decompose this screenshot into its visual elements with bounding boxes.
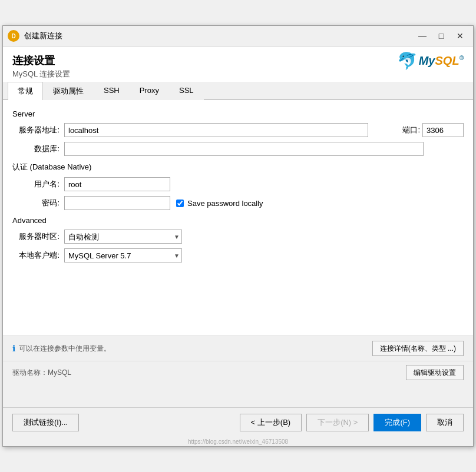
advanced-section-label: Advanced — [12, 216, 464, 225]
password-group: 密码: Save password locally — [12, 196, 464, 210]
title-bar: D 创建新连接 — □ ✕ — [3, 26, 473, 46]
cancel-button[interactable]: 取消 — [426, 414, 464, 431]
local-client-select[interactable]: MySQL Server 5.7 MySQL Server 8.0 — [64, 248, 182, 262]
username-input[interactable] — [64, 177, 170, 191]
info-bar: ℹ 可以在连接参数中使用变量。 连接详情(名称、类型 ...) — [3, 335, 473, 361]
server-address-label: 服务器地址: — [12, 125, 60, 135]
password-input[interactable] — [64, 196, 170, 210]
tab-driver[interactable]: 驱动属性 — [43, 82, 94, 100]
tab-proxy[interactable]: Proxy — [130, 82, 169, 100]
prev-button[interactable]: < 上一步(B) — [240, 414, 302, 431]
tab-ssh[interactable]: SSH — [94, 82, 130, 100]
footer-right: < 上一步(B) 下一步(N) > 完成(F) 取消 — [240, 414, 464, 431]
edit-driver-button[interactable]: 编辑驱动设置 — [406, 365, 464, 380]
tab-general[interactable]: 常规 — [8, 82, 43, 100]
server-address-group: 服务器地址: 端口: — [12, 123, 464, 137]
local-client-dropdown-container: MySQL Server 5.7 MySQL Server 8.0 ▼ — [64, 248, 182, 262]
driver-bar: 驱动名称：MySQL 编辑驱动设置 — [3, 361, 473, 384]
local-client-label: 本地客户端: — [12, 250, 60, 261]
mysql-logo-text: MySQL® — [419, 54, 464, 68]
port-label: 端口: — [373, 125, 420, 135]
timezone-group: 服务器时区: 自动检测 UTC Asia/Shanghai ▼ — [12, 230, 464, 244]
server-address-input[interactable] — [64, 123, 368, 137]
watermark: https://blog.csdn.net/weixin_46713508 — [3, 437, 473, 446]
main-window: D 创建新连接 — □ ✕ 连接设置 MySQL 连接设置 🐬 MySQL® 常… — [2, 25, 474, 447]
save-password-label: Save password locally — [187, 199, 263, 208]
info-icon: ℹ — [12, 344, 15, 353]
local-client-group: 本地客户端: MySQL Server 5.7 MySQL Server 8.0… — [12, 248, 464, 262]
connection-details-button[interactable]: 连接详情(名称、类型 ...) — [372, 341, 464, 356]
footer-left: 测试链接(I)... — [12, 414, 79, 431]
username-label: 用户名: — [12, 179, 60, 190]
server-section-label: Server — [12, 109, 464, 118]
window-title: 创建新连接 — [24, 31, 414, 41]
database-label: 数据库: — [12, 144, 60, 154]
save-password-checkbox[interactable] — [176, 200, 184, 207]
next-button[interactable]: 下一步(N) > — [306, 414, 369, 431]
timezone-select[interactable]: 自动检测 UTC Asia/Shanghai — [64, 230, 182, 244]
dolphin-icon: 🐬 — [397, 51, 418, 71]
connection-title: 连接设置 — [12, 54, 464, 68]
minimize-button[interactable]: — — [414, 29, 431, 42]
connection-subtitle: MySQL 连接设置 — [12, 69, 464, 79]
maximize-button[interactable]: □ — [433, 29, 449, 42]
tab-ssl[interactable]: SSL — [169, 82, 204, 100]
auth-section-label: 认证 (Database Native) — [12, 162, 464, 172]
timezone-label: 服务器时区: — [12, 231, 60, 242]
svg-text:D: D — [11, 33, 15, 39]
mysql-logo: 🐬 MySQL® — [397, 51, 464, 71]
header-area: 连接设置 MySQL 连接设置 🐬 MySQL® — [3, 46, 473, 82]
finish-button[interactable]: 完成(F) — [373, 414, 421, 431]
window-controls: — □ ✕ — [414, 29, 468, 42]
port-input[interactable] — [422, 123, 464, 137]
username-group: 用户名: — [12, 177, 464, 191]
close-button[interactable]: ✕ — [452, 29, 468, 42]
password-label: 密码: — [12, 198, 60, 208]
form-area: Server 服务器地址: 端口: 数据库: 认证 (Database Nati… — [3, 100, 473, 335]
tab-bar: 常规 驱动属性 SSH Proxy SSL — [3, 82, 473, 100]
database-input[interactable] — [64, 142, 424, 156]
info-text: 可以在连接参数中使用变量。 — [19, 344, 111, 354]
timezone-dropdown-container: 自动检测 UTC Asia/Shanghai ▼ — [64, 230, 182, 244]
app-icon: D — [8, 30, 19, 42]
test-connection-button[interactable]: 测试链接(I)... — [12, 414, 79, 431]
database-group: 数据库: — [12, 142, 464, 156]
spacer — [3, 384, 473, 407]
info-left: ℹ 可以在连接参数中使用变量。 — [12, 344, 111, 354]
footer: 测试链接(I)... < 上一步(B) 下一步(N) > 完成(F) 取消 — [3, 407, 473, 437]
driver-name-label: 驱动名称：MySQL — [12, 368, 71, 378]
